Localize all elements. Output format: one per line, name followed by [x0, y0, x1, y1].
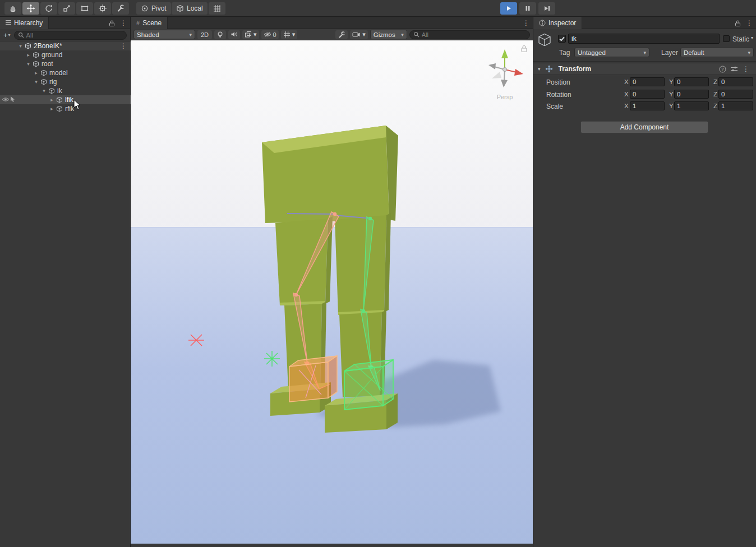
static-flags-chevron-icon[interactable]: ▾: [751, 35, 753, 40]
local-toggle-button[interactable]: Local: [172, 2, 208, 15]
eye-slash-icon: [264, 31, 271, 38]
hierarchy-item-ik[interactable]: ▾ ik: [0, 86, 131, 95]
local-axis-icon: [176, 4, 184, 12]
scene-menu-icon[interactable]: ⋮: [120, 42, 127, 50]
hierarchy-search-input[interactable]: [26, 32, 123, 39]
lock-icon[interactable]: [109, 20, 115, 27]
scale-y-field[interactable]: [674, 101, 709, 110]
hierarchy-tab[interactable]: Hierarchy: [0, 17, 49, 29]
toggle-2d-button[interactable]: 2D: [197, 30, 212, 39]
tag-dropdown[interactable]: Untagged▾: [574, 48, 649, 57]
position-z-field[interactable]: [718, 77, 753, 86]
hierarchy-item-rfik[interactable]: ▸ rfik: [0, 104, 131, 113]
scene-search[interactable]: [409, 30, 530, 39]
hierarchy-item-model[interactable]: ▸ model: [0, 68, 131, 77]
foldout-down-icon[interactable]: ▾: [17, 43, 24, 49]
pivot-toggle-button[interactable]: Pivot: [136, 2, 171, 15]
hierarchy-item-scene[interactable]: ▾ 2BoneIK* ⋮: [0, 41, 131, 50]
foldout-down-icon[interactable]: ▾: [40, 88, 48, 94]
grid-snap-button[interactable]: [209, 2, 225, 15]
wrench-icon: [338, 31, 345, 39]
inspector-tab[interactable]: Inspector: [533, 17, 582, 29]
transform-tool-button[interactable]: [94, 2, 111, 15]
object-name-field[interactable]: [568, 34, 720, 44]
scene-audio-button[interactable]: [228, 30, 240, 39]
panel-menu-icon[interactable]: ⋮: [746, 20, 753, 26]
custom-tool-button[interactable]: [112, 2, 129, 15]
position-row: Position X Y Z: [533, 77, 756, 87]
ik-left-target-cube[interactable]: [289, 356, 337, 402]
foldout-down-icon[interactable]: ▾: [33, 79, 40, 85]
presets-icon[interactable]: [730, 66, 738, 72]
hierarchy-item-label: model: [49, 69, 68, 77]
axis-y-label: Y: [669, 91, 674, 98]
rotation-y-field[interactable]: [674, 90, 709, 99]
hand-tool-button[interactable]: [4, 2, 21, 15]
add-component-button[interactable]: Add Component: [580, 121, 708, 133]
hierarchy-item-rig[interactable]: ▾ rig: [0, 77, 131, 86]
hierarchy-search[interactable]: [14, 31, 127, 40]
help-icon[interactable]: ?: [719, 66, 726, 73]
panel-menu-icon[interactable]: ⋮: [120, 20, 127, 26]
foldout-right-icon[interactable]: ▸: [33, 70, 40, 76]
rotate-tool-button[interactable]: [40, 2, 57, 15]
play-button[interactable]: [500, 2, 517, 15]
foldout-down-icon[interactable]: ▾: [538, 66, 541, 72]
scale-z-field[interactable]: [718, 101, 753, 110]
position-label: Position: [546, 78, 570, 86]
gizmos-dropdown[interactable]: Gizmos▾: [370, 30, 407, 39]
transform-component-header[interactable]: ▾ Transform ? ⋮: [533, 63, 756, 75]
component-menu-icon[interactable]: ⋮: [743, 66, 749, 72]
pole-target-right[interactable]: [264, 351, 280, 367]
foldout-right-icon[interactable]: ▸: [48, 106, 56, 112]
foldout-right-icon[interactable]: ▸: [48, 97, 56, 103]
rect-tool-icon: [80, 4, 89, 13]
projection-label[interactable]: Persp: [497, 94, 513, 100]
rotation-x-field[interactable]: [630, 90, 665, 99]
tag-value: Untagged: [578, 49, 606, 56]
hierarchy-item-root[interactable]: ▾ root: [0, 59, 131, 68]
static-checkbox[interactable]: [723, 35, 730, 42]
rotate-tool-icon: [44, 4, 53, 13]
active-checkbox[interactable]: [558, 35, 566, 43]
scene-tools-button[interactable]: [335, 30, 348, 39]
hierarchy-item-lfik[interactable]: ▸ lfik: [0, 95, 131, 104]
shading-mode-dropdown[interactable]: Shaded▾: [133, 30, 195, 39]
shading-mode-label: Shaded: [137, 31, 159, 38]
info-circle-icon: [539, 20, 546, 26]
rotation-z-field[interactable]: [718, 90, 753, 99]
foldout-down-icon[interactable]: ▾: [25, 61, 32, 67]
scene-grid-dropdown[interactable]: ▾: [281, 30, 298, 39]
position-y-field[interactable]: [674, 77, 709, 86]
scale-x-field[interactable]: [630, 101, 665, 110]
ik-right-target-cube[interactable]: [344, 360, 393, 410]
gameobject-cube-icon: [40, 78, 48, 85]
step-button[interactable]: [538, 2, 555, 15]
scene-effects-dropdown[interactable]: ▾: [242, 30, 259, 39]
scene-visibility-button[interactable]: 0: [261, 30, 279, 39]
scene-tabbar: # Scene ⋮: [131, 17, 533, 29]
hierarchy-item-ground[interactable]: ▸ ground: [0, 50, 131, 59]
foldout-right-icon[interactable]: ▸: [25, 52, 32, 58]
picking-icon[interactable]: [10, 96, 16, 103]
scene-lighting-button[interactable]: [214, 30, 226, 39]
chevron-down-icon: ▾: [189, 32, 192, 38]
scene-search-input[interactable]: [422, 31, 526, 38]
svg-text:?: ?: [721, 67, 724, 72]
rect-tool-button[interactable]: [76, 2, 93, 15]
visibility-eye-icon[interactable]: [2, 96, 10, 103]
scene-panel-menu-icon[interactable]: ⋮: [523, 20, 529, 26]
pause-button[interactable]: [519, 2, 536, 15]
lock-icon[interactable]: [735, 20, 741, 27]
scale-row: Scale X Y Z: [533, 101, 756, 112]
hierarchy-item-label: rig: [49, 78, 57, 86]
create-object-button[interactable]: +▾: [2, 31, 12, 39]
layer-dropdown[interactable]: Default▾: [680, 48, 754, 57]
scene-camera-dropdown[interactable]: ▾: [350, 30, 368, 39]
scene-tab[interactable]: # Scene: [131, 17, 168, 29]
move-tool-button[interactable]: [22, 2, 39, 15]
position-x-field[interactable]: [630, 77, 665, 86]
scene-viewport[interactable]: Persp: [131, 40, 533, 544]
search-icon: [413, 31, 420, 38]
scale-tool-button[interactable]: [58, 2, 75, 15]
